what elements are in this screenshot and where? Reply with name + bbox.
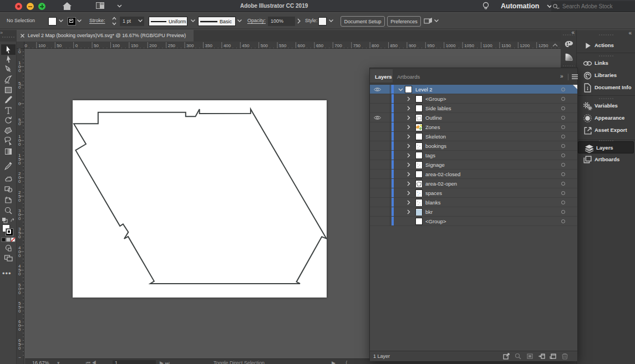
svg-text:450: 450 [242,43,250,48]
svg-text:0: 0 [18,271,21,276]
svg-text:1250: 1250 [539,43,548,48]
svg-text:300: 300 [186,43,194,48]
svg-text:950: 950 [427,43,435,48]
svg-text:50: 50 [57,43,62,48]
svg-text:0: 0 [18,198,21,203]
svg-text:0: 0 [18,216,21,221]
svg-text:750: 750 [353,43,361,48]
svg-text:0: 0 [18,142,21,147]
svg-text:800: 800 [372,43,379,48]
svg-text:0: 0 [18,327,21,332]
svg-text:550: 550 [279,43,287,48]
svg-text:1050: 1050 [464,43,474,48]
svg-text:50: 50 [94,43,99,48]
svg-text:0: 0 [18,346,21,351]
svg-text:0: 0 [18,85,21,90]
svg-text:0: 0 [18,121,21,126]
svg-text:100: 100 [38,43,46,48]
svg-text:150: 150 [131,43,139,48]
svg-text:1150: 1150 [501,43,511,48]
svg-text:900: 900 [409,43,416,48]
svg-text:0: 0 [18,309,21,314]
svg-text:0: 0 [18,161,21,166]
svg-text:650: 650 [316,43,324,48]
svg-text:0: 0 [18,101,21,106]
svg-text:0: 0 [18,179,21,184]
svg-text:1000: 1000 [446,43,456,48]
svg-text:250: 250 [168,43,176,48]
svg-text:500: 500 [261,43,268,48]
svg-text:850: 850 [390,43,398,48]
svg-text:0: 0 [75,43,78,48]
svg-text:1100: 1100 [483,43,493,48]
svg-text:200: 200 [149,43,157,48]
svg-text:600: 600 [298,43,306,48]
svg-text:0: 0 [18,290,21,295]
svg-text:100: 100 [113,43,120,48]
svg-text:7: 7 [18,356,21,358]
svg-text:350: 350 [205,43,213,48]
svg-text:0: 0 [18,49,21,54]
svg-text:0: 0 [18,68,21,73]
svg-text:1200: 1200 [520,43,530,48]
svg-text:700: 700 [334,43,342,48]
svg-text:0: 0 [18,253,21,258]
svg-text:400: 400 [223,43,231,48]
svg-text:0: 0 [18,234,21,239]
svg-text:150: 150 [24,43,27,48]
